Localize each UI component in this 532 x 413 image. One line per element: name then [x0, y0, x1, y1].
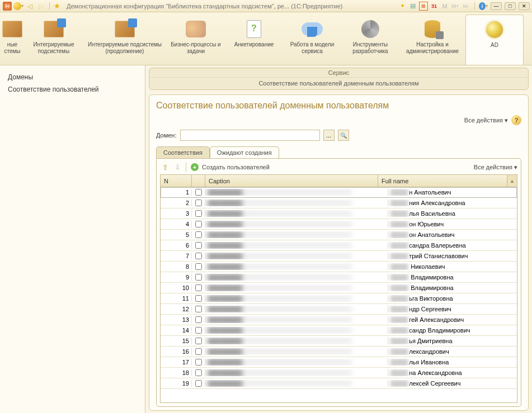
cell-checkbox[interactable]: [192, 200, 205, 206]
close-button[interactable]: ✕: [519, 2, 530, 10]
m-plus-icon[interactable]: M+: [451, 2, 460, 11]
table-row[interactable]: 17████████████лья Ивановна: [161, 357, 517, 368]
maximize-button[interactable]: □: [505, 2, 516, 10]
table-row[interactable]: 14████████████сандр Владимирович: [161, 325, 517, 336]
table-body[interactable]: 1████████████н Анатольевич2████████████н…: [161, 187, 517, 402]
row-checkbox[interactable]: [195, 295, 202, 302]
tab-mappings[interactable]: Соответствия: [156, 146, 210, 159]
table-row[interactable]: 13████████████гей Александрович: [161, 315, 517, 325]
table-row[interactable]: 2████████████ния Александровна: [161, 198, 517, 208]
domain-search-button[interactable]: 🔍: [338, 130, 349, 141]
tab-all-actions-button[interactable]: Все действия ▾: [474, 164, 517, 171]
nav-back-icon[interactable]: ◁: [25, 1, 35, 11]
row-checkbox[interactable]: [195, 242, 202, 249]
cell-checkbox[interactable]: [192, 284, 205, 291]
col-check[interactable]: [192, 175, 205, 187]
row-checkbox[interactable]: [195, 369, 202, 376]
cell-checkbox[interactable]: [192, 231, 205, 238]
domain-select-button[interactable]: …: [323, 130, 335, 141]
cell-checkbox[interactable]: [192, 263, 205, 270]
cell-checkbox[interactable]: [192, 189, 205, 196]
row-checkbox[interactable]: [195, 231, 202, 238]
cell-checkbox[interactable]: [192, 210, 205, 217]
tab-pending[interactable]: Ожидают создания: [210, 146, 279, 159]
sidebar-item-domains[interactable]: Домены: [8, 71, 137, 83]
m-minus-icon[interactable]: M-: [462, 2, 470, 11]
row-checkbox[interactable]: [195, 263, 202, 270]
cell-checkbox[interactable]: [192, 242, 205, 249]
table-row[interactable]: 3████████████лья Васильевна: [161, 208, 517, 219]
table-row[interactable]: 10████████████ Владимировна: [161, 283, 517, 293]
table-row[interactable]: 15████████████ья Дмитриевна: [161, 336, 517, 346]
table-row[interactable]: 7████████████трий Станиславович: [161, 251, 517, 262]
row-checkbox[interactable]: [195, 359, 202, 365]
row-checkbox[interactable]: [195, 306, 202, 312]
row-checkbox[interactable]: [195, 348, 202, 355]
col-n[interactable]: N: [161, 175, 192, 187]
history-icon[interactable]: ▤: [408, 2, 417, 11]
help-button[interactable]: ?: [511, 115, 521, 125]
nav-fwd-icon[interactable]: ▷: [36, 1, 46, 11]
section-item[interactable]: Работа в модели сервиса: [283, 16, 341, 65]
cell-checkbox[interactable]: [192, 221, 205, 227]
minimize-button[interactable]: —: [491, 2, 502, 10]
scroll-up-icon[interactable]: ▲: [507, 175, 517, 187]
table-row[interactable]: 8████████████ Николаевич: [161, 262, 517, 272]
col-caption[interactable]: Caption: [205, 175, 378, 187]
section-item[interactable]: Настройка и администрирование: [399, 16, 465, 65]
favorite-icon[interactable]: ★: [52, 1, 62, 11]
row-checkbox[interactable]: [195, 189, 202, 196]
move-down-button[interactable]: ⇩: [172, 162, 182, 172]
row-checkbox[interactable]: [195, 210, 202, 217]
section-item[interactable]: Интегрируемые подсистемы: [25, 16, 83, 65]
table-row[interactable]: 1████████████н Анатольевич: [161, 187, 517, 198]
cell-checkbox[interactable]: [192, 380, 205, 387]
app-icon[interactable]: 1c: [2, 1, 12, 11]
m-icon[interactable]: M: [440, 2, 449, 11]
row-checkbox[interactable]: [195, 221, 202, 227]
section-item[interactable]: Инструменты разработчика: [341, 16, 399, 65]
section-item[interactable]: Интегрируемые подсистемы (продолжение): [83, 16, 167, 65]
table-row[interactable]: 19████████████лексей Сергеевич: [161, 378, 517, 389]
table-row[interactable]: 11████████████ьга Викторовна: [161, 293, 517, 304]
row-checkbox[interactable]: [195, 200, 202, 206]
table-row[interactable]: 12████████████ндр Сергеевич: [161, 304, 517, 315]
cell-checkbox[interactable]: [192, 327, 205, 334]
fav-add-icon[interactable]: ✦: [398, 2, 407, 11]
section-item-ad[interactable]: AD: [465, 15, 524, 65]
row-checkbox[interactable]: [195, 316, 202, 323]
cell-checkbox[interactable]: [192, 348, 205, 355]
section-item[interactable]: Бизнес-процессы и задачи: [167, 16, 225, 65]
table-row[interactable]: 18████████████на Александровна: [161, 368, 517, 378]
section-item[interactable]: Анкетирование: [225, 16, 283, 65]
cell-checkbox[interactable]: [192, 295, 205, 302]
cell-checkbox[interactable]: [192, 253, 205, 259]
row-checkbox[interactable]: [195, 274, 202, 281]
cell-checkbox[interactable]: [192, 369, 205, 376]
row-checkbox[interactable]: [195, 380, 202, 387]
table-row[interactable]: 6████████████сандра Валерьевна: [161, 240, 517, 251]
row-checkbox[interactable]: [195, 327, 202, 334]
section-item[interactable]: ные стемы: [0, 16, 25, 65]
row-checkbox[interactable]: [195, 253, 202, 259]
cell-checkbox[interactable]: [192, 359, 205, 365]
table-row[interactable]: 9████████████ Владимировна: [161, 272, 517, 283]
calendar-icon[interactable]: 31: [430, 2, 439, 11]
move-up-button[interactable]: ⇧: [160, 162, 170, 172]
service-link[interactable]: Соответствие пользователей доменным поль…: [149, 78, 528, 89]
table-row[interactable]: 5████████████он Анатольевич: [161, 230, 517, 240]
domain-input[interactable]: [180, 130, 320, 141]
all-actions-button[interactable]: Все действия ▾: [464, 117, 508, 124]
cell-checkbox[interactable]: [192, 338, 205, 344]
dropdown-icon[interactable]: ▾: [13, 1, 23, 11]
row-checkbox[interactable]: [195, 284, 202, 291]
cell-checkbox[interactable]: [192, 306, 205, 312]
col-fullname[interactable]: Full name: [378, 175, 507, 187]
cell-checkbox[interactable]: [192, 316, 205, 323]
create-users-button[interactable]: Создать пользователей: [202, 164, 270, 170]
row-checkbox[interactable]: [195, 338, 202, 344]
info-icon[interactable]: i▾: [479, 2, 488, 11]
table-row[interactable]: 4████████████он Юрьевич: [161, 219, 517, 230]
table-row[interactable]: 16████████████лександрович: [161, 346, 517, 357]
sidebar-item-user-mapping[interactable]: Соответствие пользователей: [8, 83, 137, 96]
